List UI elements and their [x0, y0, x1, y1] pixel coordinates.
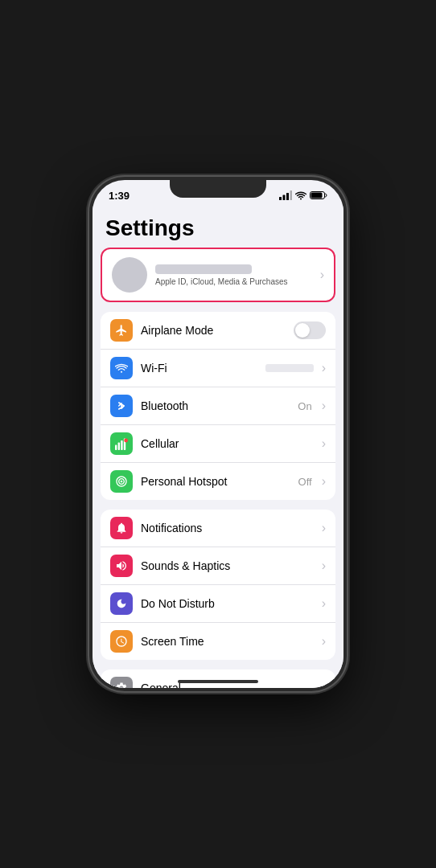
notifications-group: Notifications › Sounds & Haptics ›	[101, 510, 335, 660]
wifi-row[interactable]: Wi-Fi ›	[101, 350, 335, 387]
status-icons	[279, 190, 327, 200]
apple-id-section[interactable]: Apple ID, iCloud, Media & Purchases ›	[101, 248, 335, 302]
apple-id-name-blurred	[155, 264, 252, 274]
svg-rect-2	[286, 193, 289, 200]
bluetooth-row[interactable]: Bluetooth On ›	[101, 387, 335, 425]
screentime-row[interactable]: Screen Time ›	[101, 623, 335, 660]
bluetooth-label: Bluetooth	[141, 399, 290, 412]
bluetooth-icon	[117, 399, 126, 412]
battery-icon	[310, 190, 327, 200]
avatar	[112, 257, 147, 293]
airplane-mode-toggle[interactable]	[294, 321, 326, 339]
sounds-label: Sounds & Haptics	[141, 559, 314, 572]
svg-point-10	[124, 439, 128, 443]
notch	[170, 180, 266, 198]
hotspot-label: Personal Hotspot	[141, 475, 290, 488]
screentime-label: Screen Time	[141, 635, 314, 648]
svg-rect-5	[311, 193, 323, 199]
general-group: General › Control Center ›	[101, 669, 335, 688]
hotspot-row[interactable]: Personal Hotspot Off ›	[101, 463, 335, 500]
donotdisturb-chevron: ›	[322, 596, 326, 611]
screentime-icon-box	[110, 630, 133, 653]
airplane-mode-label: Airplane Mode	[141, 324, 286, 337]
hotspot-icon-box	[110, 470, 133, 493]
notifications-label: Notifications	[141, 522, 314, 534]
signal-icon	[279, 190, 292, 200]
cellular-chevron: ›	[322, 436, 326, 451]
bluetooth-value: On	[298, 400, 311, 412]
wifi-label: Wi-Fi	[141, 362, 257, 375]
apple-id-row[interactable]: Apple ID, iCloud, Media & Purchases ›	[102, 249, 334, 301]
wifi-icon-box	[110, 357, 133, 379]
svg-rect-8	[121, 440, 122, 450]
cellular-row[interactable]: Cellular ›	[101, 425, 335, 463]
svg-rect-7	[118, 442, 120, 450]
donotdisturb-row[interactable]: Do Not Disturb ›	[101, 585, 335, 623]
svg-rect-1	[283, 195, 286, 201]
screen-content: Settings Apple ID, iCloud, Media & Purch…	[93, 206, 343, 688]
general-icon-box	[110, 677, 133, 688]
notifications-icon-box	[110, 517, 133, 539]
donotdisturb-icon-box	[110, 592, 133, 615]
notifications-row[interactable]: Notifications ›	[101, 510, 335, 547]
moon-icon	[116, 598, 127, 609]
notifications-icon	[115, 522, 128, 534]
sounds-icon	[115, 559, 128, 572]
cellular-icon-box	[110, 432, 133, 455]
airplane-icon	[115, 324, 128, 337]
donotdisturb-label: Do Not Disturb	[141, 597, 314, 610]
gear-icon	[115, 682, 128, 688]
notifications-chevron: ›	[322, 521, 326, 535]
home-indicator[interactable]	[178, 680, 258, 683]
page-title: Settings	[93, 206, 343, 248]
chevron-icon: ›	[320, 268, 324, 282]
svg-rect-6	[115, 445, 117, 450]
cellular-icon	[115, 437, 128, 450]
hotspot-value: Off	[298, 476, 312, 488]
bluetooth-chevron: ›	[322, 399, 326, 413]
hotspot-chevron: ›	[322, 474, 326, 489]
wifi-network-name	[265, 364, 314, 372]
sounds-icon-box	[110, 555, 133, 577]
screentime-chevron: ›	[322, 634, 326, 649]
general-row[interactable]: General ›	[101, 669, 335, 688]
airplane-mode-row[interactable]: Airplane Mode	[101, 312, 335, 350]
wifi-icon	[295, 191, 306, 200]
phone-screen: 1:39	[93, 180, 343, 688]
status-time: 1:39	[109, 190, 130, 202]
apple-id-subtitle: Apple ID, iCloud, Media & Purchases	[155, 277, 312, 286]
svg-rect-3	[290, 190, 293, 200]
svg-rect-0	[279, 197, 282, 200]
sounds-row[interactable]: Sounds & Haptics ›	[101, 547, 335, 585]
general-chevron: ›	[322, 681, 326, 688]
sounds-chevron: ›	[322, 559, 326, 573]
bluetooth-icon-box	[110, 395, 133, 417]
cellular-label: Cellular	[141, 437, 314, 450]
apple-id-info: Apple ID, iCloud, Media & Purchases	[155, 264, 312, 286]
airplane-mode-icon-box	[110, 319, 133, 342]
phone-frame: 1:39	[89, 177, 347, 691]
wifi-chevron: ›	[322, 361, 326, 375]
hotspot-icon	[115, 475, 128, 488]
wifi-row-icon	[115, 362, 128, 374]
screentime-icon	[115, 635, 128, 648]
connectivity-group: Airplane Mode Wi-Fi ›	[101, 312, 335, 500]
